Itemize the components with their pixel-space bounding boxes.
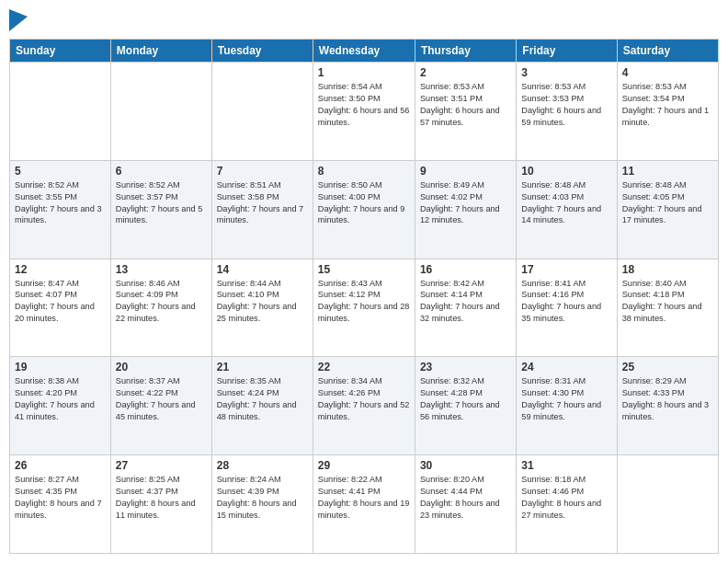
day-of-week-header: Sunday (10, 40, 111, 63)
day-of-week-header: Thursday (415, 40, 516, 63)
calendar-cell: 27Sunrise: 8:25 AMSunset: 4:37 PMDayligh… (110, 455, 211, 554)
day-info: Sunrise: 8:34 AMSunset: 4:26 PMDaylight:… (318, 375, 410, 423)
logo (9, 9, 31, 31)
day-number: 30 (420, 459, 511, 472)
day-info: Sunrise: 8:42 AMSunset: 4:14 PMDaylight:… (420, 278, 511, 326)
calendar-cell: 23Sunrise: 8:32 AMSunset: 4:28 PMDayligh… (415, 357, 516, 455)
day-info: Sunrise: 8:40 AMSunset: 4:18 PMDaylight:… (622, 278, 713, 326)
day-info: Sunrise: 8:46 AMSunset: 4:09 PMDaylight:… (116, 278, 207, 326)
header (9, 9, 719, 31)
day-number: 21 (217, 361, 308, 373)
day-number: 27 (116, 459, 207, 472)
day-info: Sunrise: 8:53 AMSunset: 3:53 PMDaylight:… (521, 81, 611, 129)
day-info: Sunrise: 8:37 AMSunset: 4:22 PMDaylight:… (116, 375, 207, 423)
calendar-cell (211, 63, 313, 161)
day-info: Sunrise: 8:52 AMSunset: 3:55 PMDaylight:… (15, 179, 106, 227)
day-number: 15 (318, 263, 410, 276)
page: SundayMondayTuesdayWednesdayThursdayFrid… (0, 0, 728, 563)
calendar-cell: 18Sunrise: 8:40 AMSunset: 4:18 PMDayligh… (617, 259, 718, 357)
day-info: Sunrise: 8:48 AMSunset: 4:05 PMDaylight:… (622, 179, 713, 227)
day-of-week-header: Friday (517, 40, 617, 63)
day-info: Sunrise: 8:27 AMSunset: 4:35 PMDaylight:… (15, 474, 106, 522)
day-info: Sunrise: 8:35 AMSunset: 4:24 PMDaylight:… (217, 375, 308, 423)
day-info: Sunrise: 8:18 AMSunset: 4:46 PMDaylight:… (521, 474, 611, 522)
day-info: Sunrise: 8:29 AMSunset: 4:33 PMDaylight:… (622, 375, 713, 423)
calendar-cell: 9Sunrise: 8:49 AMSunset: 4:02 PMDaylight… (415, 160, 516, 259)
day-info: Sunrise: 8:43 AMSunset: 4:12 PMDaylight:… (318, 278, 410, 326)
day-info: Sunrise: 8:50 AMSunset: 4:00 PMDaylight:… (318, 179, 410, 227)
calendar-cell (617, 455, 718, 554)
logo-icon (9, 9, 28, 31)
calendar-cell: 25Sunrise: 8:29 AMSunset: 4:33 PMDayligh… (617, 357, 718, 455)
day-info: Sunrise: 8:53 AMSunset: 3:51 PMDaylight:… (420, 81, 511, 129)
day-number: 16 (420, 263, 511, 276)
day-number: 10 (521, 165, 611, 178)
day-number: 3 (521, 66, 611, 79)
day-of-week-header: Monday (110, 40, 211, 63)
day-number: 14 (217, 263, 308, 276)
calendar-cell (110, 63, 211, 161)
calendar-cell: 30Sunrise: 8:20 AMSunset: 4:44 PMDayligh… (415, 455, 516, 554)
calendar-week-row: 26Sunrise: 8:27 AMSunset: 4:35 PMDayligh… (10, 455, 719, 554)
day-info: Sunrise: 8:54 AMSunset: 3:50 PMDaylight:… (318, 81, 410, 129)
day-number: 7 (217, 165, 308, 178)
calendar-cell: 4Sunrise: 8:53 AMSunset: 3:54 PMDaylight… (617, 63, 718, 161)
calendar-cell: 16Sunrise: 8:42 AMSunset: 4:14 PMDayligh… (415, 259, 516, 357)
calendar-cell: 26Sunrise: 8:27 AMSunset: 4:35 PMDayligh… (10, 455, 111, 554)
day-number: 2 (420, 66, 511, 79)
day-number: 5 (15, 165, 106, 178)
calendar-cell: 8Sunrise: 8:50 AMSunset: 4:00 PMDaylight… (313, 160, 415, 259)
calendar-week-row: 1Sunrise: 8:54 AMSunset: 3:50 PMDaylight… (10, 63, 719, 161)
calendar-cell: 21Sunrise: 8:35 AMSunset: 4:24 PMDayligh… (211, 357, 313, 455)
day-number: 25 (622, 361, 713, 373)
calendar-week-row: 5Sunrise: 8:52 AMSunset: 3:55 PMDaylight… (10, 160, 719, 259)
calendar-cell: 12Sunrise: 8:47 AMSunset: 4:07 PMDayligh… (10, 259, 111, 357)
day-number: 31 (521, 459, 611, 472)
calendar-cell: 17Sunrise: 8:41 AMSunset: 4:16 PMDayligh… (517, 259, 617, 357)
calendar-cell: 22Sunrise: 8:34 AMSunset: 4:26 PMDayligh… (313, 357, 415, 455)
day-info: Sunrise: 8:31 AMSunset: 4:30 PMDaylight:… (521, 375, 611, 423)
calendar-cell: 31Sunrise: 8:18 AMSunset: 4:46 PMDayligh… (517, 455, 617, 554)
day-info: Sunrise: 8:41 AMSunset: 4:16 PMDaylight:… (521, 278, 611, 326)
day-info: Sunrise: 8:20 AMSunset: 4:44 PMDaylight:… (420, 474, 511, 522)
calendar: SundayMondayTuesdayWednesdayThursdayFrid… (9, 39, 719, 554)
calendar-cell: 28Sunrise: 8:24 AMSunset: 4:39 PMDayligh… (211, 455, 313, 554)
day-info: Sunrise: 8:32 AMSunset: 4:28 PMDaylight:… (420, 375, 511, 423)
day-info: Sunrise: 8:44 AMSunset: 4:10 PMDaylight:… (217, 278, 308, 326)
day-number: 22 (318, 361, 410, 373)
calendar-cell: 14Sunrise: 8:44 AMSunset: 4:10 PMDayligh… (211, 259, 313, 357)
day-info: Sunrise: 8:48 AMSunset: 4:03 PMDaylight:… (521, 179, 611, 227)
day-number: 23 (420, 361, 511, 373)
day-info: Sunrise: 8:38 AMSunset: 4:20 PMDaylight:… (15, 375, 106, 423)
calendar-cell: 15Sunrise: 8:43 AMSunset: 4:12 PMDayligh… (313, 259, 415, 357)
day-number: 19 (15, 361, 106, 373)
day-info: Sunrise: 8:53 AMSunset: 3:54 PMDaylight:… (622, 81, 713, 129)
day-number: 1 (318, 66, 410, 79)
day-info: Sunrise: 8:52 AMSunset: 3:57 PMDaylight:… (116, 179, 207, 227)
day-info: Sunrise: 8:25 AMSunset: 4:37 PMDaylight:… (116, 474, 207, 522)
calendar-cell: 1Sunrise: 8:54 AMSunset: 3:50 PMDaylight… (313, 63, 415, 161)
calendar-cell: 7Sunrise: 8:51 AMSunset: 3:58 PMDaylight… (211, 160, 313, 259)
day-number: 18 (622, 263, 713, 276)
day-info: Sunrise: 8:22 AMSunset: 4:41 PMDaylight:… (318, 474, 410, 522)
day-number: 17 (521, 263, 611, 276)
day-number: 8 (318, 165, 410, 178)
calendar-cell: 2Sunrise: 8:53 AMSunset: 3:51 PMDaylight… (415, 63, 516, 161)
day-number: 4 (622, 66, 713, 79)
day-number: 28 (217, 459, 308, 472)
day-number: 26 (15, 459, 106, 472)
calendar-cell: 6Sunrise: 8:52 AMSunset: 3:57 PMDaylight… (110, 160, 211, 259)
day-of-week-header: Tuesday (211, 40, 313, 63)
calendar-cell: 13Sunrise: 8:46 AMSunset: 4:09 PMDayligh… (110, 259, 211, 357)
calendar-cell: 11Sunrise: 8:48 AMSunset: 4:05 PMDayligh… (617, 160, 718, 259)
calendar-cell: 29Sunrise: 8:22 AMSunset: 4:41 PMDayligh… (313, 455, 415, 554)
calendar-week-row: 12Sunrise: 8:47 AMSunset: 4:07 PMDayligh… (10, 259, 719, 357)
calendar-cell: 19Sunrise: 8:38 AMSunset: 4:20 PMDayligh… (10, 357, 111, 455)
day-number: 12 (15, 263, 106, 276)
day-number: 13 (116, 263, 207, 276)
day-number: 20 (116, 361, 207, 373)
calendar-week-row: 19Sunrise: 8:38 AMSunset: 4:20 PMDayligh… (10, 357, 719, 455)
day-info: Sunrise: 8:47 AMSunset: 4:07 PMDaylight:… (15, 278, 106, 326)
calendar-cell: 3Sunrise: 8:53 AMSunset: 3:53 PMDaylight… (517, 63, 617, 161)
day-of-week-header: Saturday (617, 40, 718, 63)
